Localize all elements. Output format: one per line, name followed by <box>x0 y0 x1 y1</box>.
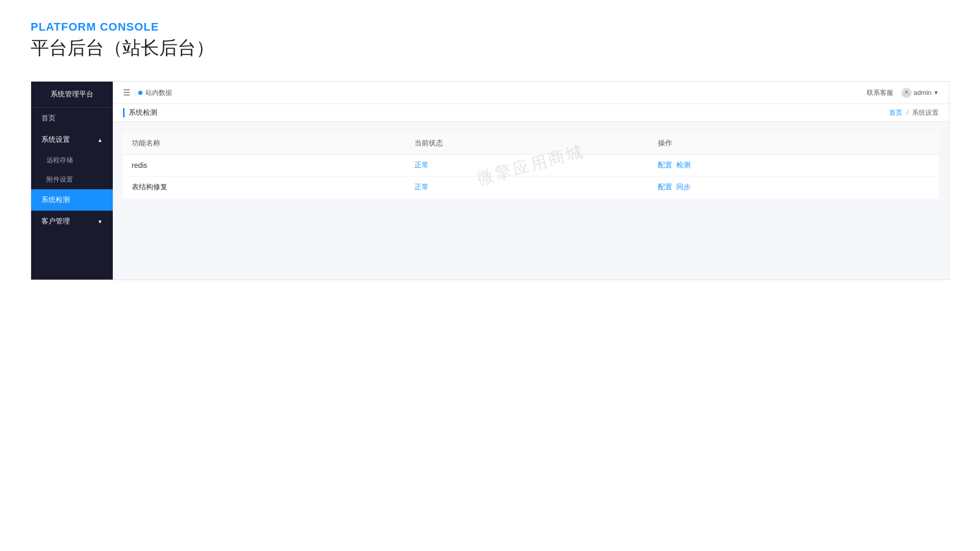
breadcrumb-left: 系统检测 <box>123 108 157 117</box>
action-check-0[interactable]: 检测 <box>676 161 691 169</box>
topbar-right: 联系客服 admin ▼ <box>867 88 939 98</box>
chevron-down-icon: ▼ <box>97 219 103 224</box>
sidebar-item-system-check[interactable]: 系统检测 <box>31 189 113 211</box>
console-wrapper: 系统管理平台 首页 系统设置 ▲ 远程存储 附件设置 系统检测 客户管理 ▼ <box>31 81 949 280</box>
page-header: PLATFORM CONSOLE 平台后台（站长后台） <box>0 0 980 71</box>
admin-badge[interactable]: admin ▼ <box>901 88 939 98</box>
table-header-row: 功能名称 当前状态 操作 <box>124 133 939 155</box>
breadcrumb-bar: 系统检测 首页 / 系统设置 <box>113 104 949 122</box>
sidebar-home-label: 首页 <box>41 114 56 123</box>
cell-actions-0: 配置检测 <box>650 155 939 177</box>
col-header-status: 当前状态 <box>406 133 649 155</box>
sidebar-nav: 首页 系统设置 ▲ 远程存储 附件设置 系统检测 客户管理 ▼ <box>31 108 113 280</box>
cell-status-1: 正常 <box>406 177 649 198</box>
sidebar-item-home[interactable]: 首页 <box>31 108 113 129</box>
breadcrumb-section: 系统设置 <box>912 109 939 116</box>
main-content: ☰ 站内数据 联系客服 admin ▼ <box>113 82 949 280</box>
breadcrumb-current: 系统检测 <box>129 108 157 117</box>
cell-actions-1: 配置同步 <box>650 177 939 198</box>
admin-avatar-icon <box>901 88 912 98</box>
table-body: redis正常配置检测表结构修复正常配置同步 <box>124 155 939 198</box>
sidebar-item-remote-storage[interactable]: 远程存储 <box>31 151 113 170</box>
topbar: ☰ 站内数据 联系客服 admin ▼ <box>113 82 949 104</box>
chevron-up-icon: ▲ <box>97 137 103 143</box>
action-config-1[interactable]: 配置 <box>658 183 672 191</box>
sidebar-system-check-label: 系统检测 <box>41 195 70 205</box>
breadcrumb-separator: / <box>906 109 910 116</box>
sidebar-item-customer-management[interactable]: 客户管理 ▼ <box>31 211 113 232</box>
topbar-breadnav: 站内数据 <box>138 88 172 97</box>
cell-name-1: 表结构修复 <box>124 177 407 198</box>
sidebar-title: 系统管理平台 <box>31 82 113 108</box>
sidebar: 系统管理平台 首页 系统设置 ▲ 远程存储 附件设置 系统检测 客户管理 ▼ <box>31 82 113 280</box>
table-row: redis正常配置检测 <box>124 155 939 177</box>
sidebar-item-system-settings[interactable]: 系统设置 ▲ <box>31 129 113 151</box>
action-sync-1[interactable]: 同步 <box>676 183 691 191</box>
menu-icon[interactable]: ☰ <box>123 88 130 97</box>
sidebar-remote-storage-label: 远程存储 <box>46 156 73 164</box>
table-area: 功能名称 当前状态 操作 redis正常配置检测表结构修复正常配置同步 微擎应用… <box>113 122 949 280</box>
breadcrumb-right: 首页 / 系统设置 <box>889 108 939 117</box>
breadcrumb-home-link[interactable]: 首页 <box>889 109 902 116</box>
action-config-0[interactable]: 配置 <box>658 161 672 169</box>
sidebar-attachment-settings-label: 附件设置 <box>46 176 73 183</box>
sidebar-item-attachment-settings[interactable]: 附件设置 <box>31 170 113 189</box>
sidebar-customer-management-label: 客户管理 <box>41 217 70 226</box>
en-title: PLATFORM CONSOLE <box>31 20 949 34</box>
data-table: 功能名称 当前状态 操作 redis正常配置检测表结构修复正常配置同步 <box>123 132 939 198</box>
topbar-nav-label[interactable]: 站内数据 <box>145 88 172 97</box>
col-header-name: 功能名称 <box>124 133 407 155</box>
cell-status-0: 正常 <box>406 155 649 177</box>
admin-dropdown-icon[interactable]: ▼ <box>934 90 939 95</box>
table-row: 表结构修复正常配置同步 <box>124 177 939 198</box>
col-header-actions: 操作 <box>650 133 939 155</box>
admin-label: admin <box>914 89 932 96</box>
nav-dot-icon <box>138 91 142 95</box>
table-header: 功能名称 当前状态 操作 <box>124 133 939 155</box>
sidebar-system-settings-label: 系统设置 <box>41 135 70 144</box>
zh-title: 平台后台（站长后台） <box>31 36 949 61</box>
contact-service-link[interactable]: 联系客服 <box>867 88 893 97</box>
table-container: 功能名称 当前状态 操作 redis正常配置检测表结构修复正常配置同步 微擎应用… <box>123 132 939 198</box>
topbar-left: ☰ 站内数据 <box>123 88 172 97</box>
cell-name-0: redis <box>124 155 407 177</box>
